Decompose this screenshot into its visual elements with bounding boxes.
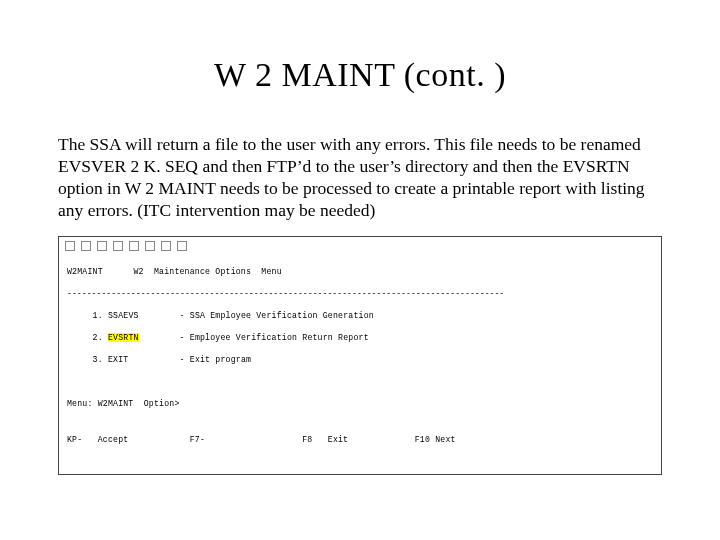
terminal-function-keys: KP- Accept F7- F8 Exit F10 Next [67,434,653,445]
toolbar-icon [113,241,123,251]
opt-num: 3. [93,355,103,364]
opt-desc: - Exit program [180,355,252,364]
terminal-option-row: 3. EXIT - Exit program [67,354,653,365]
terminal-toolbar [59,239,661,255]
toolbar-icon [81,241,91,251]
terminal-divider: ----------------------------------------… [67,288,653,299]
slide: W 2 MAINT (cont. ) The SSA will return a… [0,56,720,540]
terminal-body: W2MAINT W2 Maintenance Options Menu ----… [59,255,661,474]
opt-desc: - SSA Employee Verification Generation [180,311,374,320]
toolbar-icon [145,241,155,251]
page-title: W 2 MAINT (cont. ) [0,56,720,94]
toolbar-icon [129,241,139,251]
terminal-screenshot: W2MAINT W2 Maintenance Options Menu ----… [58,236,662,475]
opt-desc: - Employee Verification Return Report [180,333,369,342]
opt-num: 2. [93,333,103,342]
toolbar-icon [177,241,187,251]
terminal-option-row: 2. EVSRTN - Employee Verification Return… [67,332,653,343]
terminal-option-row: 1. SSAEVS - SSA Employee Verification Ge… [67,310,653,321]
terminal: W2MAINT W2 Maintenance Options Menu ----… [58,236,662,475]
terminal-header-line: W2MAINT W2 Maintenance Options Menu [67,266,653,277]
body-paragraph: The SSA will return a file to the user w… [58,134,662,222]
opt-code: EXIT [108,355,128,364]
toolbar-icon [65,241,75,251]
toolbar-icon [161,241,171,251]
opt-code: SSAEVS [108,311,139,320]
terminal-menu-prompt: Menu: W2MAINT Option> [67,398,653,409]
opt-num: 1. [93,311,103,320]
toolbar-icon [97,241,107,251]
opt-code-highlighted: EVSRTN [108,333,139,342]
